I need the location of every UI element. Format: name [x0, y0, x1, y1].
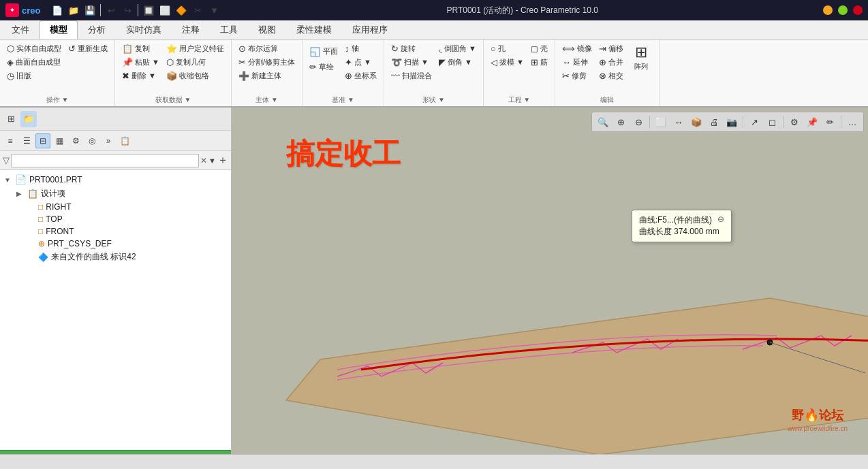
tab-apps[interactable]: 应用程序 [342, 20, 398, 39]
vp-pin[interactable]: 📌 [804, 114, 820, 130]
sv-list2[interactable]: ☰ [19, 133, 34, 148]
vp-zoom-out[interactable]: ⊖ [630, 114, 647, 130]
revolve-btn[interactable]: ↻ 旋转 [388, 42, 435, 55]
point-btn[interactable]: ✦ 点 ▼ [342, 56, 379, 69]
shell-btn[interactable]: ◻ 壳 [528, 42, 551, 55]
user-feature-btn[interactable]: ⭐ 用户定义特征 [164, 42, 227, 55]
vp-arrow[interactable]: ↗ [746, 114, 762, 130]
sv-filter2[interactable]: ◎ [84, 133, 99, 148]
rib-btn[interactable]: ⊞ 筋 [528, 56, 551, 69]
tab-view[interactable]: 视图 [248, 20, 286, 39]
tooltip-close-btn[interactable]: ⊖ [717, 214, 724, 224]
vp-zoom-fit[interactable]: 🔍 [595, 114, 611, 130]
vp-edit2[interactable]: ✏ [822, 114, 838, 130]
vp-3dbox[interactable]: 📦 [688, 114, 704, 130]
sidebar-layers-icon[interactable]: 📁 [20, 111, 37, 127]
minimize-button[interactable] [823, 5, 833, 15]
vp-settings2[interactable]: ⚙ [786, 114, 803, 130]
tree-item-design[interactable]: ▶ 📋 设计项 [0, 187, 231, 201]
sweep-blend-btn[interactable]: 〰 扫描混合 [388, 69, 435, 82]
sv-table[interactable]: ▦ [52, 133, 67, 148]
tree-item-csys[interactable]: ⊕ PRT_CSYS_DEF [0, 238, 231, 250]
merge-btn[interactable]: ⊕ 合并 [596, 56, 626, 69]
save-icon[interactable]: 💾 [82, 3, 97, 18]
new-body-btn[interactable]: ➕ 新建主体 [236, 69, 298, 82]
sidebar-grid-icon[interactable]: ⊞ [3, 111, 19, 127]
maximize-button[interactable] [838, 5, 848, 15]
chamfer-btn[interactable]: ◤ 倒角 ▼ [436, 56, 479, 69]
vp-zoom-in[interactable]: ⊕ [613, 114, 629, 130]
vp-pan[interactable]: ↔ [670, 114, 687, 130]
extend-btn[interactable]: ↔ 延伸 [559, 56, 595, 69]
sv-list1[interactable]: ≡ [3, 133, 18, 148]
csys-btn[interactable]: ⊕ 坐标系 [342, 69, 379, 82]
boolean-btn[interactable]: ⊙ 布尔运算 [236, 42, 298, 55]
tab-model[interactable]: 模型 [40, 20, 78, 39]
toolbar-icon4[interactable]: ✂ [190, 3, 205, 18]
tab-file[interactable]: 文件 [1, 20, 40, 39]
vp-rect[interactable]: ◻ [764, 114, 780, 130]
tab-annotation[interactable]: 注释 [172, 20, 210, 39]
toolbar-dropdown[interactable]: ▼ [206, 3, 221, 18]
copy-geom-btn[interactable]: ⬡ 复制几何 [164, 56, 227, 69]
tree-root-item[interactable]: ▼ 📄 PRT0001.PRT [0, 173, 231, 187]
sv-extra[interactable]: 📋 [117, 133, 132, 148]
vp-camera[interactable]: 📷 [724, 114, 740, 130]
tab-simulation[interactable]: 实时仿真 [116, 20, 172, 39]
search-clear-btn[interactable]: ✕ [200, 156, 207, 165]
vp-more2[interactable]: … [844, 114, 861, 130]
open-icon[interactable]: 📁 [66, 3, 81, 18]
tab-analysis[interactable]: 分析 [78, 20, 116, 39]
tree-item-front[interactable]: □ FRONT [0, 225, 231, 238]
tab-tools[interactable]: 工具 [210, 20, 248, 39]
copy-icon: 📋 [122, 44, 133, 54]
intersect-btn[interactable]: ⊗ 相交 [596, 69, 626, 82]
offset-btn[interactable]: ⇥ 偏移 [596, 42, 626, 55]
solid-freeform-btn[interactable]: ⬡ 实体自由成型 [4, 42, 64, 55]
surface-freeform-btn[interactable]: ◈ 曲面自由成型 [4, 56, 64, 69]
plane-btn[interactable]: ◱ 平面 [307, 42, 341, 60]
fillet-btn[interactable]: ◟ 倒圆角 ▼ [436, 42, 479, 55]
shrinkwrap-btn[interactable]: 📦 收缩包络 [164, 69, 227, 82]
window-controls [823, 5, 863, 15]
toolbar-icon2[interactable]: ⬜ [157, 3, 172, 18]
legacy-btn[interactable]: ◷ 旧版 [4, 69, 64, 82]
creo-logo: ✦ creo [5, 3, 40, 17]
toolbar-icon3[interactable]: 🔶 [174, 3, 189, 18]
tree-item-right[interactable]: □ RIGHT [0, 201, 231, 213]
trim-btn[interactable]: ✂ 修剪 [559, 69, 595, 82]
sv-settings[interactable]: ⚙ [68, 133, 83, 148]
search-input[interactable] [11, 154, 199, 167]
vp-frame[interactable]: ⬜ [653, 114, 669, 130]
split-btn[interactable]: ✂ 分割/修剪主体 [236, 56, 298, 69]
sketch-btn[interactable]: ✏ 草绘 [307, 61, 341, 74]
toolbar-icon1[interactable]: 🔲 [141, 3, 156, 18]
hole-btn[interactable]: ○ 孔 [488, 42, 527, 55]
design-expand-icon[interactable]: ▶ [16, 190, 25, 197]
root-expand-icon[interactable]: ▼ [4, 176, 12, 184]
copy-btn[interactable]: 📋 复制 [119, 42, 162, 55]
regenerate-btn[interactable]: ↺ 重新生成 [65, 42, 110, 55]
sidebar-toolbar: ⊞ 📁 [0, 108, 231, 131]
paste-btn[interactable]: 📌 粘贴 ▼ [119, 56, 162, 69]
pattern-btn[interactable]: ⊞ 阵列 [627, 42, 655, 73]
viewport[interactable]: X PRT_CSYS_DEF 搞定收工 🔍 ⊕ ⊖ ⬜ ↔ 📦 🖨 📷 ↗ ◻ … [232, 108, 868, 454]
tree-item-top[interactable]: □ TOP [0, 213, 231, 225]
sv-more[interactable]: » [101, 133, 116, 148]
tab-flexible[interactable]: 柔性建模 [286, 20, 342, 39]
tree-item-curve[interactable]: 🔷 来自文件的曲线 标识42 [0, 250, 231, 264]
delete-btn[interactable]: ✖ 删除 ▼ [119, 69, 162, 82]
search-add-btn[interactable]: ＋ [217, 153, 228, 167]
eng-col: ○ 孔 ◁ 拔模 ▼ [488, 42, 527, 69]
sweep-btn[interactable]: ➰ 扫描 ▼ [388, 56, 435, 69]
undo-icon[interactable]: ↩ [104, 3, 119, 18]
mirror-btn[interactable]: ⟺ 镜像 [559, 42, 595, 55]
axis-btn[interactable]: ↕ 轴 [342, 42, 379, 55]
close-button[interactable] [853, 5, 863, 15]
search-dropdown-btn[interactable]: ▼ [208, 157, 216, 165]
redo-icon[interactable]: ↪ [120, 3, 135, 18]
sv-list3[interactable]: ⊟ [35, 133, 50, 148]
vp-print[interactable]: 🖨 [706, 114, 722, 130]
draft-btn[interactable]: ◁ 拔模 ▼ [488, 56, 527, 69]
new-icon[interactable]: 📄 [50, 3, 65, 18]
